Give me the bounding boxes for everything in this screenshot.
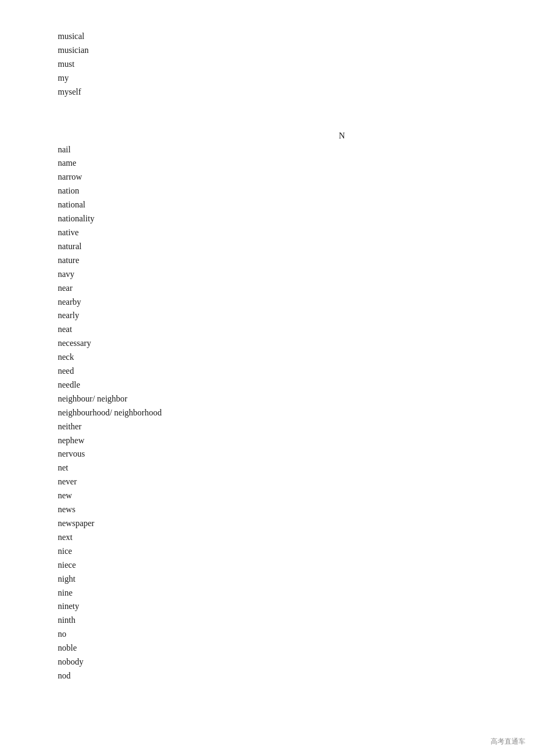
list-item: ninety xyxy=(58,599,535,613)
list-item: national xyxy=(58,198,535,212)
list-item: natural xyxy=(58,240,535,253)
list-item: noble xyxy=(58,641,535,655)
list-item: newspaper xyxy=(58,516,535,530)
list-item: ninth xyxy=(58,613,535,627)
list-item: niece xyxy=(58,558,535,572)
list-item: nationality xyxy=(58,212,535,226)
list-item: native xyxy=(58,226,535,240)
content-area: musicalmusicianmustmymyself N nailnamena… xyxy=(0,0,535,715)
list-item: nobody xyxy=(58,655,535,669)
list-item: night xyxy=(58,572,535,586)
list-item: necessary xyxy=(58,336,535,350)
list-item: narrow xyxy=(58,170,535,184)
list-item: nearby xyxy=(58,295,535,309)
list-item: neck xyxy=(58,350,535,364)
list-item: my xyxy=(58,71,535,85)
list-item: news xyxy=(58,503,535,516)
top-words-list: musicalmusicianmustmymyself xyxy=(58,29,535,99)
list-item: needle xyxy=(58,378,535,392)
list-item: near xyxy=(58,281,535,295)
list-item: must xyxy=(58,57,535,71)
list-item: neither xyxy=(58,420,535,434)
section-gap xyxy=(58,99,535,131)
list-item: musical xyxy=(58,29,535,43)
list-item: nature xyxy=(58,253,535,267)
list-item: nod xyxy=(58,669,535,683)
list-item: no xyxy=(58,627,535,641)
n-words-list: nailnamenarrownationnationalnationalityn… xyxy=(58,143,535,683)
list-item: myself xyxy=(58,85,535,99)
list-item: never xyxy=(58,475,535,489)
list-item: net xyxy=(58,461,535,475)
list-item: neighbour/ neighbor xyxy=(58,392,535,406)
list-item: nice xyxy=(58,544,535,558)
list-item: next xyxy=(58,530,535,544)
list-item: need xyxy=(58,364,535,378)
list-item: nearly xyxy=(58,308,535,322)
list-item: name xyxy=(58,156,535,170)
list-item: neat xyxy=(58,322,535,336)
section-letter: N xyxy=(339,131,345,140)
list-item: navy xyxy=(58,267,535,281)
section-header: N xyxy=(58,131,535,141)
watermark: 高考直通车 xyxy=(491,737,525,746)
list-item: nail xyxy=(58,143,535,157)
list-item: new xyxy=(58,489,535,503)
list-item: nation xyxy=(58,184,535,198)
list-item: neighbourhood/ neighborhood xyxy=(58,406,535,420)
list-item: nephew xyxy=(58,434,535,448)
list-item: nine xyxy=(58,586,535,600)
list-item: musician xyxy=(58,43,535,57)
list-item: nervous xyxy=(58,447,535,461)
